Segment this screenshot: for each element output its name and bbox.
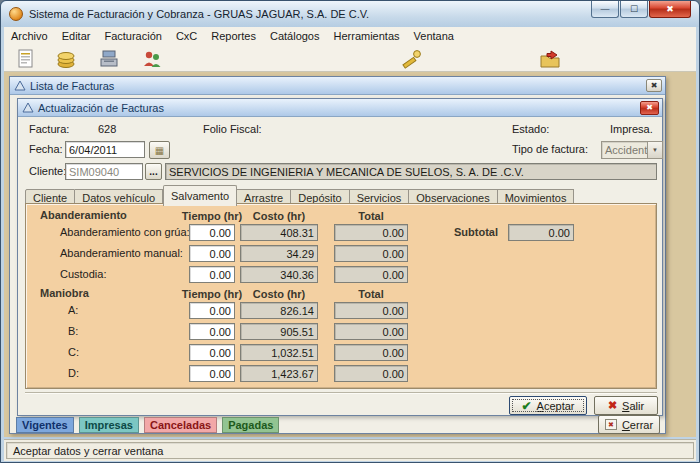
main-window: Sistema de Facturación y Cobranza - GRUA…	[0, 0, 700, 463]
aceptar-button[interactable]: ✔ Aceptar	[509, 396, 587, 415]
maniobra-header: Maniobra	[40, 285, 89, 302]
toolbar-sign-button[interactable]	[400, 47, 424, 70]
col-costo-2: Costo (hr)	[239, 288, 319, 300]
cerrar-label: Cerrar	[622, 419, 653, 431]
aceptar-label: Aceptar	[537, 400, 575, 412]
tiempo-input[interactable]	[189, 302, 235, 319]
lista-titlebar: Lista de Facturas ✖	[10, 77, 665, 95]
status-text: Aceptar datos y cerrar ventana	[6, 442, 694, 459]
salir-label: Salir	[622, 400, 644, 412]
menu-facturacion[interactable]: Facturación	[97, 28, 168, 44]
check-icon: ✔	[522, 399, 532, 413]
legend-impresas: Impresas	[79, 417, 139, 433]
subtotal-field	[508, 224, 574, 241]
form-close-button[interactable]: ✖	[640, 101, 659, 115]
cash-register-icon	[98, 48, 120, 70]
row-label: A:	[68, 302, 78, 319]
costo-field	[240, 224, 318, 241]
row-label: Abanderamiento con grúa:	[60, 224, 190, 241]
menu-reportes[interactable]: Reportes	[204, 28, 263, 44]
button-divider	[25, 392, 657, 394]
tipo-factura-label: Tipo de factura:	[512, 141, 588, 158]
window-controls: — ☐ ✖	[590, 1, 691, 18]
fecha-picker-button[interactable]: ▦	[149, 141, 170, 159]
calendar-icon: ▦	[155, 145, 164, 156]
app-icon	[9, 7, 23, 21]
costo-field	[240, 365, 318, 382]
toolbar-clients-button[interactable]	[140, 47, 164, 70]
tiempo-input[interactable]	[189, 245, 235, 262]
menu-editar[interactable]: Editar	[55, 28, 98, 44]
status-legend: Vigentes Impresas Canceladas Pagadas	[16, 417, 279, 433]
minimize-button[interactable]: —	[591, 1, 619, 18]
total-field	[334, 323, 408, 340]
menu-herramientas[interactable]: Herramientas	[327, 28, 407, 44]
fecha-input[interactable]	[65, 141, 145, 158]
close-button[interactable]: ✖	[649, 1, 691, 18]
tiempo-input[interactable]	[189, 323, 235, 340]
costo-field	[240, 266, 318, 283]
costo-field	[240, 245, 318, 262]
estado-label: Estado:	[512, 121, 549, 138]
row-label: C:	[68, 344, 79, 361]
factura-label: Factura:	[29, 121, 69, 138]
legend-vigentes: Vigentes	[16, 417, 74, 433]
cliente-browse-button[interactable]: ...	[145, 163, 162, 180]
lista-close-button[interactable]: ✖	[646, 79, 662, 92]
cliente-code-input	[65, 163, 143, 180]
form-icon	[22, 102, 34, 114]
toolbar-coins-button[interactable]	[54, 47, 78, 70]
row-label: Abanderamiento manual:	[60, 245, 183, 262]
total-field	[334, 224, 408, 241]
x-icon: ✖	[608, 399, 617, 412]
form-titlebar: Actualización de Facturas ✖	[18, 99, 662, 117]
status-bar: Aceptar datos y cerrar ventana	[4, 439, 696, 461]
salvamento-panel: Abanderamiento Tiempo (hr) Costo (hr) To…	[25, 203, 657, 389]
tab-salvamento[interactable]: Salvamento	[163, 185, 237, 206]
costo-field	[240, 344, 318, 361]
salir-button[interactable]: ✖ Salir	[594, 396, 658, 415]
tipo-factura-dropdown: Accidente ▼	[601, 141, 663, 159]
tiempo-input[interactable]	[189, 344, 235, 361]
coins-icon	[55, 48, 77, 70]
row-label: D:	[68, 365, 79, 382]
total-field	[334, 245, 408, 262]
menu-cxc[interactable]: CxC	[169, 28, 204, 44]
row-label: Custodia:	[60, 266, 106, 283]
toolbar	[4, 45, 696, 72]
total-field	[334, 344, 408, 361]
lista-facturas-window: Lista de Facturas ✖ Actualización de Fac…	[9, 76, 666, 434]
estado-value: Impresa.	[610, 121, 653, 138]
toolbar-invoice-button[interactable]	[14, 47, 38, 70]
menu-ventana[interactable]: Ventana	[407, 28, 461, 44]
clients-icon	[141, 48, 163, 70]
col-costo-1: Costo (hr)	[239, 210, 319, 222]
toolbar-cash-register-button[interactable]	[97, 47, 121, 70]
toolbar-exit-button[interactable]	[538, 47, 562, 70]
tiempo-input[interactable]	[189, 365, 235, 382]
tiempo-input[interactable]	[189, 224, 235, 241]
costo-field	[240, 302, 318, 319]
maximize-button[interactable]: ☐	[620, 1, 648, 18]
legend-canceladas: Canceladas	[144, 417, 217, 433]
exit-folder-icon	[539, 48, 561, 70]
cerrar-button[interactable]: ✖ Cerrar	[598, 415, 660, 434]
abanderamiento-header: Abanderamiento	[40, 207, 127, 224]
menu-catalogos[interactable]: Catálogos	[263, 28, 327, 44]
factura-value: 628	[98, 121, 116, 138]
chevron-down-icon: ▼	[647, 142, 662, 158]
col-total-1: Total	[331, 210, 411, 222]
total-field	[334, 365, 408, 382]
cliente-label: Cliente:	[29, 163, 66, 180]
tiempo-input[interactable]	[189, 266, 235, 283]
sign-key-icon	[401, 48, 423, 70]
menu-bar: Archivo Editar Facturación CxC Reportes …	[4, 27, 696, 45]
legend-pagadas: Pagadas	[222, 417, 279, 433]
total-field	[334, 302, 408, 319]
form-title: Actualización de Facturas	[38, 102, 164, 114]
folio-fiscal-label: Folio Fiscal:	[203, 121, 262, 138]
close-window-icon: ✖	[605, 419, 617, 430]
menu-archivo[interactable]: Archivo	[4, 28, 55, 44]
lista-title: Lista de Facturas	[30, 80, 114, 92]
actualizacion-facturas-window: Actualización de Facturas ✖ Factura: 628…	[17, 98, 663, 416]
